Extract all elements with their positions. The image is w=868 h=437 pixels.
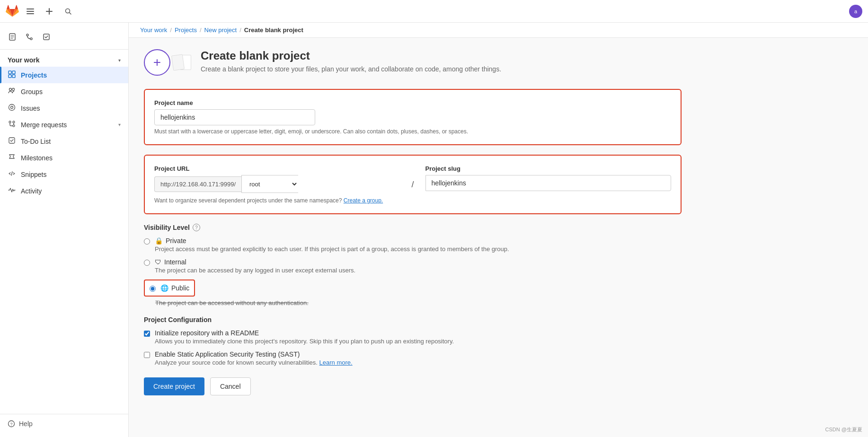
visibility-public-option: 🌐 Public — [144, 280, 195, 297]
project-url-label: Project URL — [154, 165, 400, 172]
svg-rect-0 — [27, 9, 34, 9]
create-project-button[interactable]: Create project — [144, 377, 204, 395]
groups-icon — [8, 87, 16, 96]
init-readme-checkbox[interactable] — [144, 331, 150, 337]
namespace-hint: Want to organize several dependent proje… — [154, 197, 671, 204]
sidebar-item-groups[interactable]: Groups — [0, 83, 128, 100]
user-avatar[interactable]: a — [849, 5, 862, 18]
init-readme-label: Initialize repository with a README — [155, 329, 454, 337]
sidebar-section-your-work[interactable]: Your work ▾ — [0, 53, 128, 67]
sidebar-item-activity[interactable]: Activity — [0, 183, 128, 199]
todo-icon — [8, 137, 16, 146]
gitlab-logo[interactable] — [6, 5, 19, 18]
page-title: Create blank project — [201, 49, 501, 62]
issues-icon — [8, 104, 16, 113]
public-label: Public — [171, 284, 189, 292]
merge-requests-chevron: ▾ — [118, 122, 121, 127]
svg-text:?: ? — [10, 422, 13, 427]
activity-label: Activity — [21, 187, 42, 195]
projects-icon — [8, 70, 16, 79]
visibility-section: Visibility Level ? 🔒 Private Project acc… — [144, 224, 682, 306]
snippets-icon — [8, 170, 16, 179]
sast-learn-more-link[interactable]: Learn more. — [319, 359, 353, 366]
breadcrumb-your-work[interactable]: Your work — [140, 26, 167, 34]
svg-point-14 — [9, 105, 15, 111]
sidebar-item-milestones[interactable]: Milestones — [0, 149, 128, 166]
init-readme-desc: Allows you to immediately clone this pro… — [155, 338, 454, 345]
internal-radio[interactable] — [144, 260, 150, 266]
url-row: http://192.168.40.171:9999/ root — [154, 175, 400, 193]
project-name-label: Project name — [154, 99, 671, 106]
watermark: CSDN @生夏夏 — [825, 426, 862, 433]
projects-label: Projects — [21, 71, 47, 79]
project-name-hint: Must start with a lowercase or uppercase… — [154, 128, 671, 135]
internal-desc: The project can be accessed by any logge… — [155, 267, 355, 274]
search-button[interactable] — [61, 4, 76, 19]
page-header: + Create blank project Create a blank pr… — [144, 49, 682, 76]
todo-label: To-Do List — [21, 138, 51, 145]
project-name-input[interactable] — [154, 109, 315, 125]
sidebar-item-projects[interactable]: Projects — [0, 67, 128, 83]
svg-point-16 — [9, 121, 11, 123]
sidebar-section-title: Your work — [8, 56, 39, 64]
sidebar-icon-merge[interactable] — [21, 28, 38, 45]
milestones-label: Milestones — [21, 154, 53, 162]
visibility-private-option: 🔒 Private Project access must be granted… — [144, 237, 682, 253]
sidebar-item-merge-requests[interactable]: Merge requests ▾ — [0, 116, 128, 133]
public-radio[interactable] — [150, 286, 156, 292]
snippets-label: Snippets — [21, 171, 46, 178]
activity-icon — [8, 186, 16, 195]
project-url-section: Project URL http://192.168.40.171:9999/ … — [144, 155, 682, 214]
merge-requests-icon — [8, 120, 16, 129]
private-radio[interactable] — [144, 238, 150, 245]
private-label: Private — [166, 237, 186, 245]
svg-rect-19 — [9, 138, 15, 143]
shield-icon: 🛡 — [155, 258, 161, 266]
sast-checkbox[interactable] — [144, 352, 150, 358]
visibility-header: Visibility Level ? — [144, 224, 682, 231]
config-title: Project Configuration — [144, 316, 682, 323]
sidebar-icon-checkbox[interactable] — [38, 28, 55, 45]
project-slug-label: Project slug — [425, 165, 672, 172]
project-name-section: Project name Must start with a lowercase… — [144, 89, 682, 145]
sidebar-toggle-button[interactable] — [23, 4, 38, 19]
breadcrumb-projects[interactable]: Projects — [175, 26, 197, 34]
visibility-help-icon[interactable]: ? — [193, 224, 200, 231]
globe-icon: 🌐 — [160, 284, 168, 292]
cancel-button[interactable]: Cancel — [210, 377, 251, 395]
sidebar-item-snippets[interactable]: Snippets — [0, 166, 128, 183]
sast-label: Enable Static Application Security Testi… — [155, 350, 353, 358]
svg-point-17 — [13, 125, 15, 127]
create-group-link[interactable]: Create a group. — [344, 197, 383, 204]
page-subtitle: Create a blank project to store your fil… — [201, 65, 501, 73]
project-url-col: Project URL http://192.168.40.171:9999/ … — [154, 165, 400, 193]
sidebar-item-todo-list[interactable]: To-Do List — [0, 133, 128, 149]
help-label: Help — [19, 420, 33, 428]
visibility-title: Visibility Level — [144, 224, 190, 231]
new-item-button[interactable] — [42, 4, 57, 19]
issues-label: Issues — [21, 105, 40, 112]
svg-point-12 — [9, 88, 12, 91]
sast-option: Enable Static Application Security Testi… — [144, 350, 682, 366]
milestones-icon — [8, 153, 16, 162]
visibility-internal-option: 🛡 Internal The project can be accessed b… — [144, 258, 682, 274]
project-slug-input[interactable] — [425, 175, 672, 191]
url-base: http://192.168.40.171:9999/ — [154, 176, 241, 192]
init-readme-option: Initialize repository with a README Allo… — [144, 329, 682, 345]
sidebar-item-issues[interactable]: Issues — [0, 100, 128, 116]
svg-rect-9 — [12, 71, 15, 74]
namespace-select[interactable]: root — [241, 175, 298, 193]
lock-icon: 🔒 — [155, 237, 163, 245]
merge-requests-label: Merge requests — [21, 121, 67, 129]
page-icon-area: + — [144, 49, 191, 76]
plus-icon: + — [153, 56, 161, 69]
svg-point-18 — [13, 121, 15, 123]
svg-point-13 — [12, 88, 15, 91]
help-item[interactable]: ? Help — [8, 420, 121, 428]
top-bar: a — [0, 0, 868, 23]
svg-rect-11 — [12, 75, 15, 78]
sidebar-icon-pages[interactable] — [4, 28, 21, 45]
private-desc: Project access must be granted explicitl… — [155, 245, 509, 253]
breadcrumb-new-project[interactable]: New project — [204, 26, 237, 34]
svg-point-15 — [11, 106, 13, 109]
